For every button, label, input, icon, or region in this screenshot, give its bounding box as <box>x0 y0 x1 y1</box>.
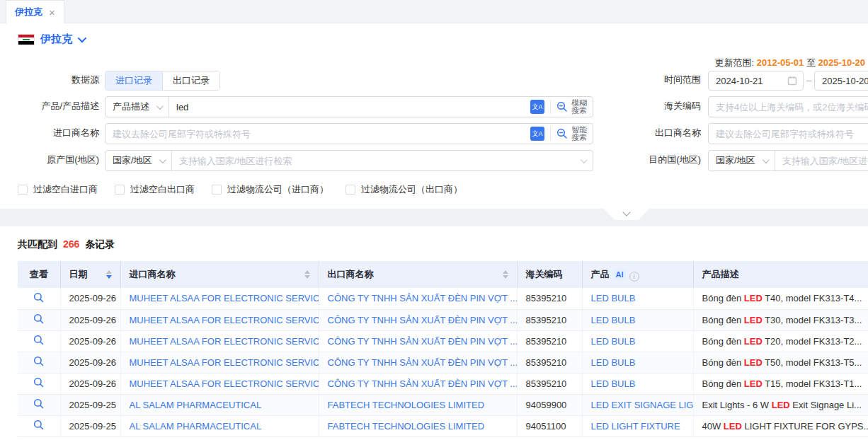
view-record-button[interactable] <box>33 335 44 347</box>
country-selector[interactable]: 伊拉克 <box>18 33 84 46</box>
cell-date: 2025-09-25 <box>60 394 120 415</box>
exporter-field[interactable] <box>708 123 868 144</box>
update-range-join: 至 <box>806 57 816 68</box>
date-to-input[interactable] <box>815 71 868 90</box>
checkbox-label: 过滤空白进口商 <box>33 183 98 196</box>
fuzzy-search-button[interactable]: 模糊搜索 <box>551 97 593 117</box>
importer-link[interactable]: MUHEET ALSAA FOR ELECTRONIC SERVICE... <box>130 378 319 389</box>
origin-select-value: 国家/地区 <box>113 154 152 167</box>
product-link[interactable]: LED LIGHT FIXTURE <box>591 421 680 432</box>
importer-link[interactable]: AL SALAM PHARMACEUTICAL <box>130 400 262 410</box>
cell-description: Bóng đèn LED T30, model FK313-T3... <box>693 309 868 330</box>
checkbox-icon[interactable] <box>115 185 125 195</box>
filter-checkbox[interactable]: 过滤空白进口商 <box>18 183 98 196</box>
translate-icon[interactable]: 文A <box>530 100 544 114</box>
cell-date: 2025-09-26 <box>60 330 120 352</box>
exporter-link[interactable]: CÔNG TY TNHH SẢN XUẤT ĐÈN PIN VỢT ... <box>328 293 518 303</box>
importer-input[interactable] <box>105 124 530 144</box>
close-icon[interactable]: × <box>49 7 55 18</box>
table-row: 2025-09-26MUHEET ALSAA FOR ELECTRONIC SE… <box>18 288 868 309</box>
view-record-button[interactable] <box>33 377 44 390</box>
view-record-button[interactable] <box>33 313 44 326</box>
magnifier-minus-icon <box>556 128 568 139</box>
product-input[interactable] <box>169 97 530 117</box>
cell-hs-code: 85395210 <box>517 330 582 352</box>
cell-description: Exit Lights - 6 W LED Exit Signage Li... <box>693 394 868 415</box>
filter-checkbox[interactable]: 过滤物流公司（进口商） <box>212 183 329 196</box>
sort-importer[interactable] <box>304 270 310 279</box>
update-range: 更新范围: 2012-05-01 至 2025-10-20 <box>715 57 866 69</box>
tab-iraq[interactable]: 伊拉克 × <box>6 0 64 23</box>
smart-search-button[interactable]: 智能搜索 <box>551 124 593 144</box>
exporter-link[interactable]: FABTECH TECHNOLOGIES LIMITED <box>328 400 485 410</box>
info-icon[interactable]: i <box>629 272 639 282</box>
importer-link[interactable]: MUHEET ALSAA FOR ELECTRONIC SERVICE... <box>130 293 319 303</box>
product-type-select[interactable]: 产品描述 <box>105 97 169 117</box>
sort-exporter[interactable] <box>503 270 508 279</box>
date-to-field[interactable] <box>814 71 868 91</box>
sort-date[interactable] <box>106 270 112 279</box>
view-record-button[interactable] <box>33 398 44 411</box>
destination-country-group: 国家/地区 <box>708 150 868 171</box>
importer-link[interactable]: MUHEET ALSAA FOR ELECTRONIC SERVICE... <box>130 315 319 325</box>
cell-importer: MUHEET ALSAA FOR ELECTRONIC SERVICE... <box>120 288 319 309</box>
summary-count: 266 <box>63 238 79 250</box>
importer-link[interactable]: AL SALAM PHARMACEUTICAL <box>130 421 262 432</box>
cell-hs-code: 94051100 <box>517 415 582 436</box>
keyword-highlight: LED <box>744 378 763 389</box>
product-link[interactable]: LED BULB <box>591 378 636 389</box>
origin-country-select[interactable]: 国家/地区 <box>105 151 172 170</box>
importer-link[interactable]: MUHEET ALSAA FOR ELECTRONIC SERVICE... <box>130 336 319 347</box>
col-date[interactable]: 日期 <box>60 261 120 288</box>
view-record-button[interactable] <box>33 419 44 432</box>
data-source-option[interactable]: 出口记录 <box>162 71 219 90</box>
origin-country-input[interactable] <box>172 151 581 170</box>
hs-code-field[interactable] <box>708 96 868 117</box>
checkbox-icon[interactable] <box>212 185 222 195</box>
update-range-from: 2012-05-01 <box>757 57 804 68</box>
product-link[interactable]: LED BULB <box>591 357 636 368</box>
date-from-input[interactable] <box>709 71 787 90</box>
filter-checkbox[interactable]: 过滤物流公司（出口商） <box>346 183 462 196</box>
product-link[interactable]: LED BULB <box>591 315 636 325</box>
search-form-card: 伊拉克 更新范围: 2012-05-01 至 2025-10-20 数据源 进口… <box>0 23 868 209</box>
cell-product: LED BULB <box>582 309 693 330</box>
cell-hs-code: 85395210 <box>517 373 582 394</box>
data-source-option[interactable]: 进口记录 <box>105 71 162 90</box>
checkbox-label: 过滤物流公司（进口商） <box>227 183 329 196</box>
cell-product: LED EXIT SIGNAGE LIG... <box>582 394 693 415</box>
exporter-link[interactable]: CÔNG TY TNHH SẢN XUẤT ĐÈN PIN VỢT ... <box>328 357 518 368</box>
filter-checkbox[interactable]: 过滤空白出口商 <box>115 183 195 196</box>
product-search-group: 产品描述 文A 模糊搜索 <box>105 96 593 117</box>
chevron-down-icon <box>581 156 588 163</box>
destination-country-input[interactable] <box>775 151 868 170</box>
cell-product: LED BULB <box>582 352 693 373</box>
view-record-button[interactable] <box>33 292 44 305</box>
exporter-link[interactable]: CÔNG TY TNHH SẢN XUẤT ĐÈN PIN VỢT ... <box>328 336 518 347</box>
translate-icon[interactable]: 文A <box>530 127 544 141</box>
exporter-link[interactable]: FABTECH TECHNOLOGIES LIMITED <box>328 421 485 432</box>
exporter-link[interactable]: CÔNG TY TNHH SẢN XUẤT ĐÈN PIN VỢT ... <box>328 315 518 325</box>
col-importer[interactable]: 进口商名称 <box>120 261 319 288</box>
cell-description: 40W LED LIGHT FIXTURE FOR GYPS... <box>693 415 868 436</box>
cell-hs-code: 94059900 <box>517 394 582 415</box>
summary-suffix: 条记录 <box>85 238 115 250</box>
table-header-row: 查看 日期 进口商名称 出口商名称 海关编码 <box>18 261 868 288</box>
view-record-button[interactable] <box>33 356 44 369</box>
checkbox-icon[interactable] <box>346 185 355 195</box>
exporter-link[interactable]: CÔNG TY TNHH SẢN XUẤT ĐÈN PIN VỢT ... <box>328 378 518 389</box>
col-exporter[interactable]: 出口商名称 <box>319 261 517 288</box>
results-table: 查看 日期 进口商名称 出口商名称 海关编码 <box>18 261 868 437</box>
chevron-down-icon <box>763 156 770 163</box>
exporter-input[interactable] <box>709 124 868 144</box>
destination-country-select[interactable]: 国家/地区 <box>709 151 775 170</box>
calendar-icon <box>787 76 797 86</box>
date-from-field[interactable] <box>708 71 804 91</box>
checkbox-icon[interactable] <box>18 185 28 195</box>
importer-link[interactable]: MUHEET ALSAA FOR ELECTRONIC SERVICE... <box>130 357 319 368</box>
product-link[interactable]: LED EXIT SIGNAGE LIG... <box>591 400 694 410</box>
collapse-form-button[interactable] <box>604 209 649 220</box>
product-link[interactable]: LED BULB <box>591 293 636 303</box>
hs-code-input[interactable] <box>709 97 868 117</box>
product-link[interactable]: LED BULB <box>591 336 636 347</box>
